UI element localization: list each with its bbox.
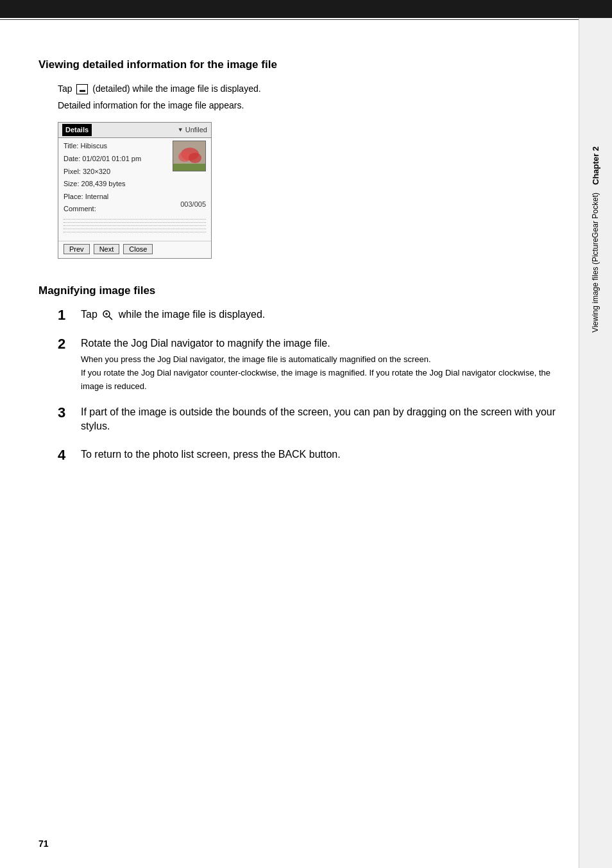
main-content: Viewing detailed information for the ima… bbox=[38, 58, 567, 515]
steps-list: 1 Tap wh bbox=[58, 308, 567, 464]
dialog-thumbnail bbox=[173, 141, 206, 171]
section1-body-text: Detailed information for the image file … bbox=[58, 98, 567, 112]
dialog-footer: Prev Next Close bbox=[58, 241, 211, 258]
step-1: 1 Tap wh bbox=[58, 308, 567, 324]
top-rule bbox=[0, 19, 612, 20]
step-3: 3 If part of the image is outside the bo… bbox=[58, 405, 567, 437]
section-viewing-details: Viewing detailed information for the ima… bbox=[38, 58, 567, 259]
top-bar bbox=[0, 0, 612, 18]
dialog-dropdown-label: Unfiled bbox=[185, 125, 207, 136]
step-4-number: 4 bbox=[58, 447, 81, 463]
sidebar-chapter-text: Viewing image files (PictureGear Pocket) bbox=[590, 193, 601, 333]
section-magnifying: Magnifying image files 1 Tap bbox=[38, 284, 567, 464]
svg-line-6 bbox=[109, 317, 112, 320]
svg-rect-4 bbox=[173, 164, 206, 171]
step-2: 2 Rotate the Jog Dial navigator to magni… bbox=[58, 336, 567, 394]
magnify-icon bbox=[102, 309, 114, 321]
step-3-main: If part of the image is outside the boun… bbox=[81, 405, 567, 434]
divider-2 bbox=[64, 222, 206, 223]
chapter-label: Chapter 2 bbox=[591, 146, 600, 185]
dialog-title-label: Details bbox=[62, 124, 92, 137]
step-4: 4 To return to the photo list screen, pr… bbox=[58, 447, 567, 464]
dropdown-arrow-icon: ▼ bbox=[178, 125, 183, 134]
tap-instruction-line: Tap ▬ (detailed) while the image file is… bbox=[58, 82, 567, 96]
step-2-main: Rotate the Jog Dial navigator to magnify… bbox=[81, 336, 567, 351]
sidebar: Chapter 2 Viewing image files (PictureGe… bbox=[579, 18, 612, 868]
step-2-detail: When you press the Jog Dial navigator, t… bbox=[81, 353, 567, 393]
step-2-number: 2 bbox=[58, 336, 81, 352]
tap-word: Tap bbox=[58, 83, 74, 94]
step-1-number: 1 bbox=[58, 308, 81, 323]
dialog-counter: 003/005 bbox=[180, 199, 206, 211]
section2-title: Magnifying image files bbox=[38, 284, 567, 297]
step-1-main: Tap while the image file is displayed. bbox=[81, 308, 265, 322]
after-icon-text: (detailed) while the image file is displ… bbox=[92, 83, 260, 94]
dialog-row-size: Size: 208,439 bytes bbox=[64, 178, 206, 190]
dialog-body: Title: Hibiscus Date: 01/02/01 01:01 pm … bbox=[58, 138, 211, 241]
next-button[interactable]: Next bbox=[94, 244, 120, 254]
details-dialog: Details ▼ Unfiled bbox=[58, 122, 212, 259]
section2-body: 1 Tap wh bbox=[58, 308, 567, 464]
step-3-number: 3 bbox=[58, 405, 81, 421]
section1-title: Viewing detailed information for the ima… bbox=[38, 58, 567, 71]
prev-button[interactable]: Prev bbox=[64, 244, 90, 254]
section1-body: Tap ▬ (detailed) while the image file is… bbox=[58, 82, 567, 259]
step-1-content: Tap while the image file is displayed. bbox=[81, 308, 265, 324]
step-3-content: If part of the image is outside the boun… bbox=[81, 405, 567, 437]
divider-4 bbox=[64, 229, 206, 229]
divider-5 bbox=[64, 232, 206, 232]
svg-point-3 bbox=[189, 153, 201, 163]
detailed-icon: ▬ bbox=[76, 84, 88, 94]
dialog-titlebar: Details ▼ Unfiled bbox=[58, 123, 211, 139]
dialog-container: Details ▼ Unfiled bbox=[58, 122, 212, 259]
close-button[interactable]: Close bbox=[123, 244, 153, 254]
page-number: 71 bbox=[38, 838, 49, 849]
step-4-main: To return to the photo list screen, pres… bbox=[81, 447, 341, 462]
step-2-content: Rotate the Jog Dial navigator to magnify… bbox=[81, 336, 567, 394]
dialog-dropdown[interactable]: ▼ Unfiled bbox=[178, 125, 207, 136]
divider-3 bbox=[64, 225, 206, 226]
dialog-dividers bbox=[64, 219, 206, 232]
divider-1 bbox=[64, 219, 206, 220]
step-4-content: To return to the photo list screen, pres… bbox=[81, 447, 341, 464]
